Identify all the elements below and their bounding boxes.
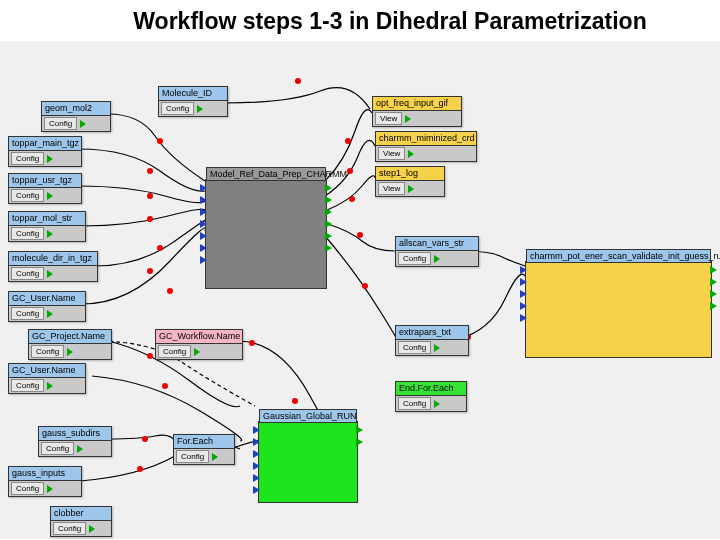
config-button[interactable]: Config: [158, 345, 191, 358]
node-molecule-dir-in-tgz[interactable]: molecule_dir_in_tgz Config: [8, 251, 98, 282]
node-charmm-pot-ener-scan[interactable]: charmm_pot_ener_scan_validate_init_guess…: [525, 261, 712, 358]
node-gc-username-2[interactable]: GC_User.Name Config: [8, 363, 86, 394]
node-step1-log[interactable]: step1_log View: [375, 166, 445, 197]
play-icon: [194, 348, 200, 356]
play-icon: [47, 155, 53, 163]
node-title: opt_freq_input_gif: [373, 97, 461, 111]
svg-point-19: [147, 353, 153, 359]
node-title: Model_Ref_Data_Prep_CHARMM: [206, 167, 326, 181]
node-title: step1_log: [376, 167, 444, 181]
node-toppar-mol-str[interactable]: toppar_mol_str Config: [8, 211, 86, 242]
node-gaussian-global-run[interactable]: Gaussian_Global_RUN: [258, 421, 358, 503]
play-icon: [47, 485, 53, 493]
play-icon: [434, 400, 440, 408]
node-gc-workflowname[interactable]: GC_Workflow.Name Config: [155, 329, 243, 360]
config-button[interactable]: Config: [11, 307, 44, 320]
config-button[interactable]: Config: [11, 152, 44, 165]
svg-point-10: [357, 232, 363, 238]
node-model-ref-data-prep-charmm[interactable]: Model_Ref_Data_Prep_CHARMM: [205, 179, 327, 289]
node-toppar-main-tgz[interactable]: toppar_main_tgz Config: [8, 136, 82, 167]
svg-point-2: [147, 193, 153, 199]
config-button[interactable]: Config: [31, 345, 64, 358]
config-button[interactable]: Config: [11, 482, 44, 495]
svg-point-5: [147, 268, 153, 274]
node-gauss-subdirs[interactable]: gauss_subdirs Config: [38, 426, 112, 457]
view-button[interactable]: View: [378, 182, 405, 195]
play-icon: [80, 120, 86, 128]
node-title: toppar_usr_tgz: [9, 174, 81, 188]
config-button[interactable]: Config: [11, 189, 44, 202]
svg-point-4: [157, 245, 163, 251]
node-title: charmm_pot_ener_scan_validate_init_guess…: [526, 249, 711, 263]
node-allscan-vars-str[interactable]: allscan_vars_str Config: [395, 236, 479, 267]
config-button[interactable]: Config: [44, 117, 77, 130]
node-geom-mol2[interactable]: geom_mol2 Config: [41, 101, 111, 132]
play-icon: [67, 348, 73, 356]
node-toppar-usr-tgz[interactable]: toppar_usr_tgz Config: [8, 173, 82, 204]
config-button[interactable]: Config: [176, 450, 209, 463]
svg-point-6: [167, 288, 173, 294]
node-title: gauss_inputs: [9, 467, 81, 481]
play-icon: [408, 185, 414, 193]
view-button[interactable]: View: [378, 147, 405, 160]
config-button[interactable]: Config: [11, 267, 44, 280]
node-charmm-minimized-crd[interactable]: charmm_miminized_crd View: [375, 131, 477, 162]
node-clobber[interactable]: clobber Config: [50, 506, 112, 537]
svg-point-3: [147, 216, 153, 222]
node-title: GC_User.Name: [9, 292, 85, 306]
node-title: molecule_dir_in_tgz: [9, 252, 97, 266]
play-icon: [47, 270, 53, 278]
node-title: allscan_vars_str: [396, 237, 478, 251]
play-icon: [434, 344, 440, 352]
config-button[interactable]: Config: [53, 522, 86, 535]
svg-point-18: [249, 340, 255, 346]
config-button[interactable]: Config: [398, 252, 431, 265]
page-title: Workflow steps 1-3 in Dihedral Parametri…: [0, 0, 720, 41]
play-icon: [47, 192, 53, 200]
node-end-foreach[interactable]: End.For.Each Config: [395, 381, 467, 412]
svg-point-1: [147, 168, 153, 174]
node-title: clobber: [51, 507, 111, 521]
workflow-canvas[interactable]: Molecule_ID Config geom_mol2 Config topp…: [0, 41, 720, 539]
svg-point-15: [295, 78, 301, 84]
play-icon: [89, 525, 95, 533]
play-icon: [408, 150, 414, 158]
play-icon: [212, 453, 218, 461]
node-molecule-id[interactable]: Molecule_ID Config: [158, 86, 228, 117]
svg-point-17: [137, 466, 143, 472]
node-gc-username[interactable]: GC_User.Name Config: [8, 291, 86, 322]
node-title: GC_Project.Name: [29, 330, 111, 344]
config-button[interactable]: Config: [41, 442, 74, 455]
config-button[interactable]: Config: [11, 227, 44, 240]
config-button[interactable]: Config: [398, 341, 431, 354]
play-icon: [405, 115, 411, 123]
node-gauss-inputs[interactable]: gauss_inputs Config: [8, 466, 82, 497]
node-title: extrapars_txt: [396, 326, 468, 340]
node-title: For.Each: [174, 435, 234, 449]
node-title: GC_Workflow.Name: [156, 330, 242, 344]
node-title: Molecule_ID: [159, 87, 227, 101]
node-title: geom_mol2: [42, 102, 110, 116]
node-foreach[interactable]: For.Each Config: [173, 434, 235, 465]
play-icon: [434, 255, 440, 263]
node-gc-projectname[interactable]: GC_Project.Name Config: [28, 329, 112, 360]
node-title: toppar_mol_str: [9, 212, 85, 226]
svg-point-14: [292, 398, 298, 404]
node-title: charmm_miminized_crd: [376, 132, 476, 146]
svg-point-7: [345, 138, 351, 144]
view-button[interactable]: View: [375, 112, 402, 125]
config-button[interactable]: Config: [161, 102, 194, 115]
node-opt-freq-input-gif[interactable]: opt_freq_input_gif View: [372, 96, 462, 127]
svg-point-11: [362, 283, 368, 289]
play-icon: [47, 310, 53, 318]
play-icon: [47, 230, 53, 238]
node-title: End.For.Each: [396, 382, 466, 396]
node-title: GC_User.Name: [9, 364, 85, 378]
play-icon: [77, 445, 83, 453]
node-extrapars-txt[interactable]: extrapars_txt Config: [395, 325, 469, 356]
svg-point-16: [142, 436, 148, 442]
play-icon: [197, 105, 203, 113]
svg-point-20: [162, 383, 168, 389]
config-button[interactable]: Config: [11, 379, 44, 392]
config-button[interactable]: Config: [398, 397, 431, 410]
